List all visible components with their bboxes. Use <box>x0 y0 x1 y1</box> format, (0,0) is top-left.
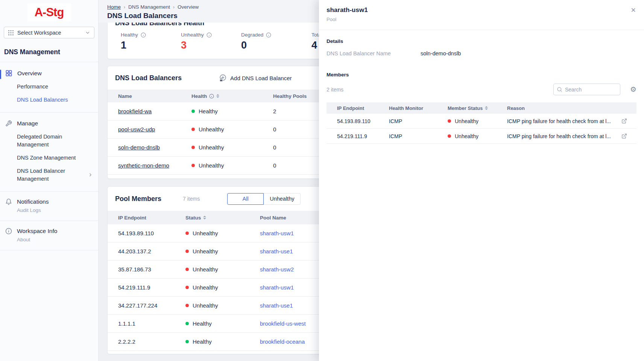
lb-name-link[interactable]: synthetic-mon-demo <box>118 162 169 169</box>
ip-endpoint: 54.219.111.9 <box>337 133 389 139</box>
column-ip-endpoint[interactable]: IP Endpoint <box>118 215 185 221</box>
chevron-sep-icon: › <box>124 5 125 10</box>
chevron-down-icon <box>85 30 90 35</box>
close-icon[interactable]: × <box>631 6 636 14</box>
column-reason[interactable]: Reason <box>507 105 621 111</box>
healthy-dot-icon <box>191 110 195 113</box>
member-status-cell: Unhealthy <box>448 118 507 124</box>
workspace-selector[interactable]: Select Workspace <box>4 27 94 38</box>
reason-text: ICMP ping failure for health check from … <box>507 133 621 139</box>
breadcrumb-home[interactable]: Home <box>107 4 121 10</box>
grid-dots-icon <box>8 30 14 36</box>
pool-name-link[interactable]: brookfield-oceana <box>260 338 305 345</box>
sidebar-item-dns-lb-management[interactable]: DNS Load Balancer Management <box>17 167 88 183</box>
breadcrumb-overview[interactable]: Overview <box>178 4 199 10</box>
filter-all-button[interactable]: All <box>227 193 264 205</box>
unhealthy-dot-icon <box>448 134 451 138</box>
status-label: Healthy <box>193 338 212 345</box>
nav-group-overview: Overview Performance DNS Load Balancers <box>0 62 98 112</box>
sidebar-item-workspace-info[interactable]: Workspace Info <box>0 227 98 235</box>
column-health[interactable]: Health <box>191 93 273 99</box>
members-toolbar: 2 items ⚙ <box>327 84 636 95</box>
workspace-selector-label: Select Workspace <box>17 30 82 36</box>
sidebar-item-delegated-domain-management[interactable]: Delegated Domain Management <box>17 133 80 149</box>
nav-group-notifications: Notifications Audit Logs <box>0 192 98 221</box>
column-member-status[interactable]: Member Status <box>448 105 507 111</box>
ip-endpoint: 1.1.1.1 <box>118 320 185 327</box>
pool-name-link[interactable]: sharath-use1 <box>260 248 293 254</box>
sidebar-item-dns-load-balancers[interactable]: DNS Load Balancers <box>17 96 80 104</box>
members-table: IP Endpoint Health Monitor Member Status… <box>327 102 636 144</box>
sidebar-item-overview[interactable]: Overview <box>0 69 98 78</box>
stat-label: Healthy <box>121 32 138 38</box>
status-cell: Unhealthy <box>185 302 260 309</box>
members-table-header: IP Endpoint Health Monitor Member Status… <box>327 102 636 114</box>
column-health-monitor[interactable]: Health Monitor <box>389 105 448 111</box>
sidebar-item-label: Overview <box>17 70 42 77</box>
gear-icon[interactable]: ⚙ <box>630 86 636 93</box>
ip-endpoint: 54.193.89.110 <box>118 230 185 236</box>
stat-healthy: Healthy 1 <box>121 32 181 51</box>
product-title: DNS Management <box>4 48 94 56</box>
overview-grid-icon <box>5 70 12 77</box>
unhealthy-dot-icon <box>191 128 195 131</box>
sidebar-item-audit-logs[interactable]: Audit Logs <box>17 207 98 213</box>
pool-members-items-count: 7 items <box>183 196 200 202</box>
sort-icon[interactable] <box>203 216 206 219</box>
pool-name-link[interactable]: sharath-usw2 <box>260 266 294 273</box>
pool-name-link[interactable]: sharath-usw1 <box>260 284 294 291</box>
column-status[interactable]: Status <box>185 215 260 221</box>
info-circle-icon <box>5 228 12 235</box>
lb-name-link[interactable]: brookfield-wa <box>118 108 152 114</box>
sort-icon[interactable] <box>216 94 219 98</box>
info-icon[interactable] <box>209 94 214 99</box>
sidebar-item-about[interactable]: About <box>17 237 98 242</box>
ip-endpoint: 34.227.177.224 <box>118 302 185 309</box>
unhealthy-dot-icon <box>191 164 195 167</box>
sidebar-item-notifications[interactable]: Notifications <box>0 198 98 206</box>
members-search <box>553 84 620 95</box>
health-cell: Unhealthy <box>191 144 273 151</box>
sidebar-item-manage[interactable]: Manage <box>0 119 98 128</box>
filter-unhealthy-button[interactable]: Unhealthy <box>264 193 301 205</box>
pool-name-link[interactable]: sharath-use1 <box>260 302 293 309</box>
column-name[interactable]: Name <box>118 93 191 99</box>
lb-name-label: DNS Load Balancer Name <box>327 50 421 56</box>
info-icon[interactable] <box>141 32 146 38</box>
status-label: Unhealthy <box>193 230 218 236</box>
external-link-icon[interactable] <box>621 118 636 124</box>
search-input[interactable] <box>565 87 617 93</box>
pool-name-link[interactable]: brookfield-us-west <box>260 320 306 327</box>
sidebar-item-dns-zone-management[interactable]: DNS Zone Management <box>17 154 80 162</box>
pool-members-title: Pool Members <box>115 195 161 203</box>
brand-logo[interactable]: A-Stg <box>27 3 71 21</box>
external-link-icon[interactable] <box>621 133 636 139</box>
health-label: Healthy <box>199 108 218 114</box>
pool-name-link[interactable]: sharath-usw1 <box>260 230 294 236</box>
stat-degraded: Degraded 0 <box>241 32 311 51</box>
status-label: Unhealthy <box>193 284 218 291</box>
info-icon[interactable] <box>266 32 271 38</box>
status-label: Unhealthy <box>455 133 478 139</box>
lb-name-link[interactable]: pool-usw2-udp <box>118 126 155 133</box>
divider <box>0 250 98 250</box>
sort-icon[interactable] <box>485 106 488 110</box>
health-monitor: ICMP <box>389 133 448 139</box>
status-label: Unhealthy <box>193 248 218 254</box>
column-ip-endpoint[interactable]: IP Endpoint <box>337 105 389 111</box>
lb-name-link[interactable]: soln-demo-dnslb <box>118 144 160 151</box>
health-label: Unhealthy <box>199 162 224 169</box>
unhealthy-dot-icon <box>185 304 189 307</box>
sidebar-item-performance[interactable]: Performance <box>17 83 80 91</box>
stat-value: 0 <box>241 40 311 51</box>
healthy-dot-icon <box>185 340 189 343</box>
info-icon[interactable] <box>207 32 212 38</box>
sidebar-item-label: Notifications <box>17 198 49 205</box>
sidebar-item-dns-lb-management-row[interactable]: DNS Load Balancer Management <box>0 162 98 183</box>
chevron-sep-icon: › <box>173 5 175 10</box>
add-dns-load-balancer-button[interactable]: Add DNS Load Balancer <box>219 74 292 82</box>
health-cell: Healthy <box>191 108 273 114</box>
nav-group-workspace-info: Workspace Info About <box>0 221 98 250</box>
breadcrumb-dns-management[interactable]: DNS Management <box>128 4 170 10</box>
add-dns-load-balancer-label: Add DNS Load Balancer <box>230 75 292 81</box>
